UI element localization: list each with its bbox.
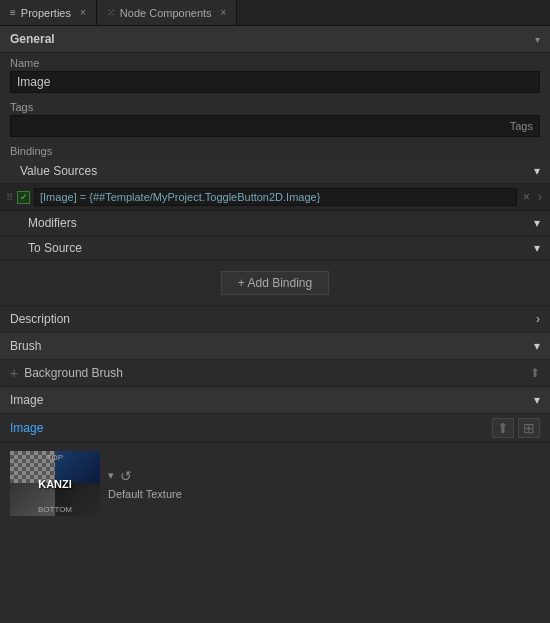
image-upload-icon[interactable]: ⬆ xyxy=(492,418,514,438)
texture-area: TOP KANZI BOTTOM ▾ ↺ Default Texture xyxy=(0,443,550,526)
to-source-title: To Source xyxy=(28,241,82,255)
brush-section-header[interactable]: Brush ▾ xyxy=(0,333,550,360)
to-source-header[interactable]: To Source ▾ xyxy=(0,236,550,260)
binding-row: ⠿ ✓ [Image] = {##Template/MyProject.Togg… xyxy=(0,184,550,211)
properties-icon: ≡ xyxy=(10,7,16,18)
description-chevron-icon: › xyxy=(536,312,540,326)
background-brush-row: + Background Brush ⬆ xyxy=(0,360,550,387)
texture-default-label: Default Texture xyxy=(108,488,182,500)
modifiers-chevron-icon: ▾ xyxy=(534,216,540,230)
to-source-section: To Source ▾ xyxy=(0,236,550,261)
texture-reset-icon[interactable]: ↺ xyxy=(120,468,132,484)
image-section-chevron-icon: ▾ xyxy=(534,393,540,407)
add-binding-row: + Add Binding xyxy=(0,261,550,306)
tab-properties[interactable]: ≡ Properties × xyxy=(0,0,97,25)
bindings-label: Bindings xyxy=(0,141,550,159)
bottom-label: BOTTOM xyxy=(38,505,72,514)
description-title: Description xyxy=(10,312,70,326)
general-chevron-icon: ▾ xyxy=(535,34,540,45)
binding-checkbox[interactable]: ✓ xyxy=(17,191,30,204)
binding-text: [Image] = {##Template/MyProject.ToggleBu… xyxy=(34,188,517,206)
name-label: Name xyxy=(10,57,540,69)
tags-label: Tags xyxy=(10,101,540,113)
image-grid-icon[interactable]: ⊞ xyxy=(518,418,540,438)
general-section-header[interactable]: General ▾ xyxy=(0,26,550,53)
tab-properties-close[interactable]: × xyxy=(80,7,86,18)
name-field-row: Name xyxy=(0,53,550,97)
image-prop-label: Image xyxy=(10,421,488,435)
binding-arrow-icon[interactable]: › xyxy=(536,190,544,204)
texture-label-area: ▾ ↺ Default Texture xyxy=(108,468,182,500)
background-brush-add-icon[interactable]: + xyxy=(10,365,18,381)
binding-clear-icon[interactable]: × xyxy=(521,190,532,204)
top-label: TOP xyxy=(47,453,63,462)
tab-node-components[interactable]: ⁙ Node Components × xyxy=(97,0,238,25)
modifiers-header[interactable]: Modifiers ▾ xyxy=(0,211,550,235)
image-prop-row: Image ⬆ ⊞ xyxy=(0,414,550,443)
name-input[interactable] xyxy=(10,71,540,93)
tab-node-components-close[interactable]: × xyxy=(221,7,227,18)
kanzi-label: KANZI xyxy=(38,478,72,490)
general-title: General xyxy=(10,32,55,46)
tab-bar: ≡ Properties × ⁙ Node Components × xyxy=(0,0,550,26)
value-sources-title: Value Sources xyxy=(20,164,97,178)
tab-node-components-label: Node Components xyxy=(120,7,212,19)
modifiers-title: Modifiers xyxy=(28,216,77,230)
texture-inner: TOP KANZI BOTTOM xyxy=(10,451,100,516)
description-header[interactable]: Description › xyxy=(0,306,550,333)
drag-handle-icon[interactable]: ⠿ xyxy=(6,192,13,203)
texture-thumbnail: TOP KANZI BOTTOM xyxy=(10,451,100,516)
tab-properties-label: Properties xyxy=(21,7,71,19)
tags-input[interactable]: Tags xyxy=(10,115,540,137)
value-sources-chevron-icon: ▾ xyxy=(534,164,540,178)
modifiers-section: Modifiers ▾ xyxy=(0,211,550,236)
background-brush-label: Background Brush xyxy=(24,366,524,380)
brush-chevron-icon: ▾ xyxy=(534,339,540,353)
image-section-header[interactable]: Image ▾ xyxy=(0,387,550,414)
value-sources-header[interactable]: Value Sources ▾ xyxy=(0,159,550,184)
tags-field-row: Tags Tags xyxy=(0,97,550,141)
texture-dropdown-icon[interactable]: ▾ xyxy=(108,469,114,482)
node-components-icon: ⁙ xyxy=(107,7,115,18)
brush-title: Brush xyxy=(10,339,41,353)
add-binding-button[interactable]: + Add Binding xyxy=(221,271,329,295)
image-section-title: Image xyxy=(10,393,43,407)
background-brush-upload-icon[interactable]: ⬆ xyxy=(530,366,540,380)
tags-button[interactable]: Tags xyxy=(510,120,533,132)
to-source-chevron-icon: ▾ xyxy=(534,241,540,255)
